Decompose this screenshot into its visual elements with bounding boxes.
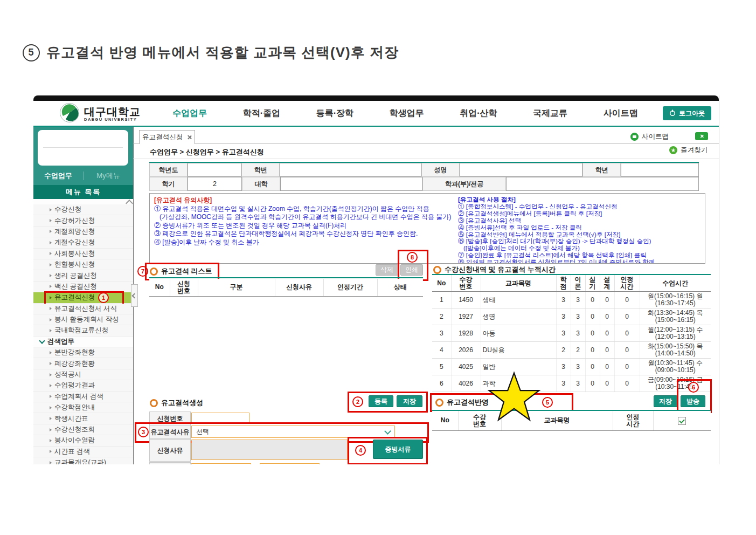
tabbar-baseline bbox=[133, 143, 719, 143]
nav-item-classwork[interactable]: 수업업무 bbox=[172, 108, 207, 119]
university-name: 대구대학교 bbox=[84, 106, 141, 117]
college-label: 대학 bbox=[242, 177, 280, 191]
nav-item-student[interactable]: 학생업무 bbox=[390, 108, 424, 119]
sidebar-item-blood-service[interactable]: 헌혈봉사신청 bbox=[33, 259, 133, 270]
sidebar-collapse-handle[interactable] bbox=[131, 284, 138, 307]
step-number-badge: 5 bbox=[23, 44, 40, 61]
create-section-title: 유고결석생성 bbox=[150, 398, 203, 408]
sidebar-item-credit-guide[interactable]: 수강학점안내 bbox=[33, 402, 133, 413]
reason-select[interactable]: 선택 bbox=[191, 426, 395, 438]
major-input[interactable] bbox=[506, 177, 699, 191]
power-icon bbox=[669, 109, 676, 118]
enroll-table-title: 수강신청내역 및 유고결석 누적시간 bbox=[433, 265, 556, 275]
delete-button[interactable]: 삭제 bbox=[376, 264, 398, 276]
breadcrumb: 수업업무 > 신청업무 > 유고결석신청 bbox=[150, 147, 264, 157]
section-bullet-icon bbox=[150, 268, 158, 276]
nav-item-sitemap[interactable]: 사이트맵 bbox=[604, 108, 638, 119]
table-row[interactable]: 21927 생명 33 00 0화(13:30~14:45) 목(15:00~1… bbox=[432, 308, 711, 325]
sidebar-item-syllabus-search[interactable]: 수업계획서 검색 bbox=[33, 392, 133, 402]
period-start-input[interactable] bbox=[191, 463, 251, 464]
register-button[interactable]: 등록 bbox=[369, 395, 393, 407]
section-bullet-icon bbox=[433, 266, 441, 274]
sidebar-item-unavoidable-absence[interactable]: 유고결석신청 1 bbox=[33, 292, 133, 303]
sidebar-tabs: 수업업무 My메뉴 bbox=[33, 168, 133, 184]
attachment-button[interactable]: 증빙서류 bbox=[373, 440, 423, 459]
nav-item-international[interactable]: 국제교류 bbox=[533, 108, 567, 119]
sidebar-item-service-record[interactable]: 봉사이수열람 bbox=[33, 435, 133, 446]
sidebar-group-search[interactable]: 검색업무 bbox=[33, 337, 133, 347]
sidebar: 수업업무 My메뉴 메뉴 목록 수강신청 수강허가신청 계절희망신청 계절수강신… bbox=[33, 127, 134, 464]
sidebar-item-enrollment-lookup[interactable]: 수강신청조회 bbox=[33, 424, 133, 435]
university-logo-block: 대구대학교 DAEGU UNIVERSITY bbox=[59, 102, 141, 125]
period-label: 인정기간 bbox=[149, 462, 191, 464]
page-title: 5 유고결석 반영 메뉴에서 적용할 교과목 선택(V)후 저장 bbox=[23, 43, 399, 62]
absence-list-table: No 신청 번호 구분 신청사유 인정기간 상태 bbox=[149, 279, 423, 297]
close-all-tabs-icon[interactable] bbox=[695, 132, 708, 140]
create-save-button[interactable]: 저장 bbox=[397, 395, 422, 407]
reason-text-label: 신청사유 bbox=[149, 439, 191, 462]
enroll-table: No 수강 번호 교과목명 학 점 이 론 실 기 설 계 인정 시간 수업시간… bbox=[432, 275, 711, 392]
apply-table: No 수강 번호 교과목명 인정 시간 bbox=[432, 411, 711, 431]
semester-label: 학기 bbox=[149, 177, 188, 191]
section-bullet-icon bbox=[150, 399, 158, 407]
absence-list-divider bbox=[149, 277, 423, 278]
name-input[interactable] bbox=[460, 163, 582, 177]
notice-right: [유고결석 사용 절차] ① [종합정보시스템] - 수업업무 - 신청업무 -… bbox=[458, 196, 655, 264]
menu-list-title: 메뉴 목록 bbox=[33, 185, 133, 199]
semester-value[interactable]: 2 bbox=[188, 177, 242, 191]
favorite-star-icon bbox=[669, 146, 677, 154]
logout-button[interactable]: 로그아웃 bbox=[663, 106, 711, 120]
user-info-box bbox=[38, 130, 128, 166]
sidebar-item-eval-results[interactable]: 수업평가결과 bbox=[33, 380, 133, 391]
sidebar-item-seasonal-hope[interactable]: 계절희망신청 bbox=[33, 227, 133, 237]
sidebar-item-service-plan[interactable]: 봉사 활동계획서 작성 bbox=[33, 314, 133, 325]
tab-close-icon[interactable] bbox=[187, 135, 192, 140]
major-label: 학과(부)/전공 bbox=[422, 177, 506, 191]
annotation-badge-8: 8 bbox=[407, 252, 418, 263]
college-input[interactable] bbox=[280, 177, 422, 191]
studentid-input[interactable] bbox=[280, 163, 421, 177]
table-row[interactable]: 31928 아동 33 00 0월(12:00~13:15) 수(12:00~1… bbox=[432, 325, 711, 342]
table-row[interactable]: 64026 과학 33 00 0금(09:00~10:15) 금(10:30~1… bbox=[432, 375, 711, 392]
breadcrumb-divider bbox=[133, 159, 719, 159]
sidebar-item-section-status[interactable]: 분반강좌현황 bbox=[33, 347, 133, 358]
sidebar-item-credit-exchange[interactable]: 국내학점교류신청 bbox=[33, 325, 133, 336]
apply-save-button[interactable]: 저장 bbox=[654, 395, 677, 407]
period-end-input[interactable] bbox=[260, 463, 320, 464]
sidebar-item-course-overview[interactable]: 교과목개요(교과) bbox=[33, 457, 133, 464]
period-separator: ~ bbox=[252, 463, 256, 464]
app-header: 대구대학교 DAEGU UNIVERSITY 수업업무 학적·졸업 등록·장학 … bbox=[33, 101, 719, 126]
grade-label: 학년 bbox=[582, 163, 621, 177]
sidebar-item-menstrual-absence[interactable]: 생리 공결신청 bbox=[33, 270, 133, 281]
sidebar-item-social-service[interactable]: 사회봉사신청 bbox=[33, 249, 133, 259]
reason-textarea[interactable] bbox=[191, 440, 348, 460]
table-row[interactable]: 54025 일반 33 00 0월(10:30~11:45) 수(09:00~1… bbox=[432, 359, 711, 375]
sidebar-item-absence-form[interactable]: 유고결석신청서 서식 bbox=[33, 304, 133, 314]
sidebar-item-timetable-search[interactable]: 시간표 검색 bbox=[33, 447, 133, 457]
table-row[interactable]: 11450 생태 33 00 0월(15:00~16:15) 월(16:30~1… bbox=[432, 292, 711, 308]
annotation-badge-2: 2 bbox=[352, 396, 363, 407]
sidebar-item-closed-courses[interactable]: 폐강강좌현황 bbox=[33, 358, 133, 369]
studentid-label: 학번 bbox=[241, 163, 280, 177]
window-top-bar bbox=[33, 95, 719, 101]
grade-input[interactable] bbox=[621, 163, 699, 177]
name-label: 성명 bbox=[421, 163, 460, 177]
nav-item-records[interactable]: 학적·졸업 bbox=[243, 108, 280, 119]
sidebar-item-course-apply[interactable]: 수강신청 bbox=[33, 204, 133, 215]
sidebar-item-seasonal-apply[interactable]: 계절수강신청 bbox=[33, 237, 133, 248]
sidebar-item-vaccine-absence[interactable]: 백신 공결신청 bbox=[33, 282, 133, 292]
sidebar-item-grade-posting[interactable]: 성적공시 bbox=[33, 369, 133, 380]
sidebar-item-student-timetable[interactable]: 학생시간표 bbox=[33, 413, 133, 424]
nav-item-registration[interactable]: 등록·장학 bbox=[316, 108, 353, 119]
sidebar-tab-classwork[interactable]: 수업업무 bbox=[33, 171, 83, 181]
tab-absence-apply[interactable]: 유고결석신청 bbox=[139, 130, 195, 144]
select-all-checkbox[interactable] bbox=[678, 417, 686, 425]
sidebar-tab-mymenu[interactable]: My메뉴 bbox=[84, 171, 133, 181]
sitemap-link[interactable]: 사이트맵 bbox=[630, 132, 669, 141]
table-row[interactable]: 42026 DU실용 22 00 0화(15:00~15:50) 목(14:00… bbox=[432, 342, 711, 359]
favorite-link[interactable]: 즐겨찾기 bbox=[669, 146, 708, 155]
nav-item-career[interactable]: 취업·산학 bbox=[460, 108, 497, 119]
university-name-en: DAEGU UNIVERSITY bbox=[84, 117, 141, 122]
sidebar-item-course-permit[interactable]: 수강허가신청 bbox=[33, 215, 133, 226]
year-input[interactable] bbox=[188, 163, 241, 177]
